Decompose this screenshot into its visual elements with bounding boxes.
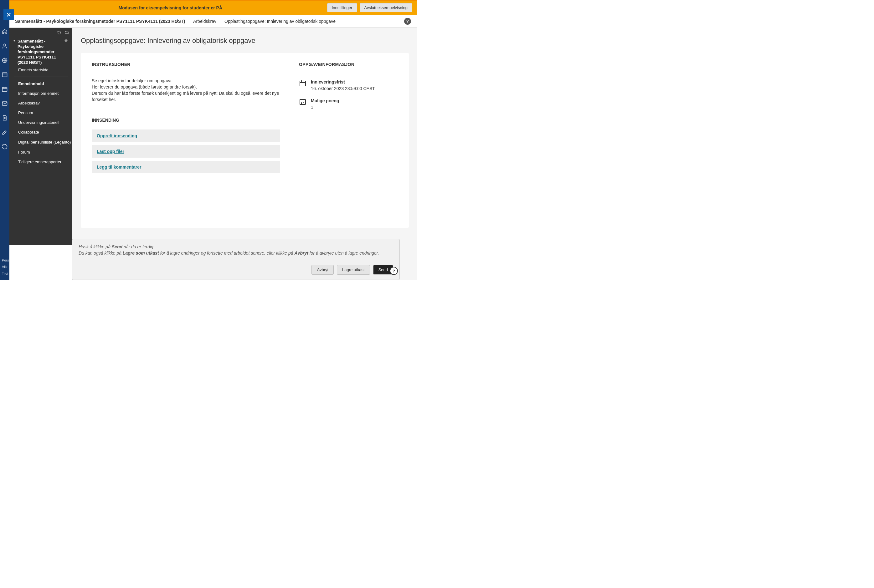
cancel-button[interactable]: Avbryt (311, 265, 334, 274)
create-submission-bar: Opprett innsending (92, 129, 280, 142)
submission-footer: Husk å klikke på Send når du er ferdig. … (72, 239, 400, 280)
settings-button[interactable]: Innstillinger (327, 3, 357, 12)
instructions-line: Se eget infoskriv for detaljer om oppgav… (92, 78, 280, 84)
refresh-sidebar-icon[interactable] (57, 30, 61, 35)
banner-text: Modusen for eksempelvisning for studente… (14, 5, 327, 10)
rail-footer-link[interactable]: Vilk (2, 264, 9, 270)
instructions-heading: INSTRUKSJONER (92, 62, 280, 67)
svg-point-0 (4, 44, 6, 46)
add-comments-bar: Legg til kommentarer (92, 161, 280, 173)
mail-icon[interactable] (1, 100, 8, 107)
course-sidebar: Sammenslått - Psykologiske forskningsmet… (9, 28, 72, 245)
sidebar-item-rapporter[interactable]: Tidligere emnerapporter (9, 157, 72, 167)
institution-icon[interactable] (1, 28, 8, 35)
chevron-down-icon[interactable] (13, 40, 16, 42)
page-title: Opplastingsoppgave: Innlevering av oblig… (81, 37, 409, 45)
svg-rect-5 (300, 81, 305, 86)
due-date-row: Innleveringsfrist 16. oktober 2023 23:59… (299, 80, 398, 92)
course-title[interactable]: Sammenslått - Psykologiske forskningsmet… (18, 39, 62, 65)
svg-rect-2 (3, 72, 7, 76)
instructions-text: Se eget infoskriv for detaljer om oppgav… (92, 78, 280, 103)
sidebar-home[interactable]: Emnets startside (9, 65, 72, 75)
instructions-line: Her leverer du oppgava (både første og a… (92, 84, 280, 90)
assignment-card: INSTRUKSJONER Se eget infoskriv for deta… (81, 53, 409, 228)
assignment-info-heading: OPPGAVEINFORMASJON (299, 62, 398, 67)
folder-icon[interactable] (65, 30, 69, 35)
save-draft-button[interactable]: Lagre utkast (337, 265, 370, 274)
sidebar-item-forum[interactable]: Forum (9, 147, 72, 157)
points-row: Mulige poeng 1 (299, 98, 398, 110)
divider (14, 76, 68, 77)
breadcrumb-course[interactable]: Sammenslått - Psykologiske forskningsmet… (15, 19, 185, 24)
rail-footer-link[interactable]: Tilgj (2, 270, 9, 277)
breadcrumb: Sammenslått - Psykologiske forskningsmet… (9, 15, 417, 28)
add-comments-link[interactable]: Legg til kommentarer (97, 165, 141, 170)
breadcrumb-section[interactable]: Arbeidskrav (193, 19, 216, 24)
global-nav-rail: Pers Vilk Tilgj (0, 0, 9, 280)
breadcrumb-page[interactable]: Opplastingsoppgave: Innlevering av oblig… (224, 19, 335, 24)
refresh-icon[interactable] (1, 143, 8, 150)
submission-heading: INNSENDING (92, 118, 280, 123)
sidebar-item-arbeidskrav[interactable]: Arbeidskrav (9, 98, 72, 108)
edit-icon[interactable] (1, 129, 8, 136)
help-float-icon[interactable]: ? (390, 267, 398, 275)
home-icon[interactable] (64, 39, 68, 43)
sidebar-item-leganto[interactable]: Digital pensumliste (Leganto) (9, 137, 72, 147)
sidebar-item-informasjon[interactable]: Informasjon om emnet (9, 88, 72, 98)
sidebar-item-undervisning[interactable]: Undervisningsmateriell (9, 118, 72, 127)
help-icon[interactable]: ? (404, 18, 411, 25)
content-icon[interactable] (1, 71, 8, 78)
upload-files-bar: Last opp filer (92, 145, 280, 158)
calendar-icon[interactable] (1, 86, 8, 93)
close-button[interactable] (3, 9, 14, 20)
instructions-line: Dersom du har fått første forsøk underkj… (92, 90, 280, 103)
rail-footer-link[interactable]: Pers (2, 257, 9, 264)
points-label: Mulige poeng (311, 98, 339, 103)
student-preview-banner: Modusen for eksempelvisning for studente… (9, 0, 417, 15)
sidebar-item-collaborate[interactable]: Collaborate (9, 127, 72, 137)
points-icon (299, 98, 307, 106)
profile-icon[interactable] (1, 42, 8, 50)
create-submission-link[interactable]: Opprett innsending (97, 133, 137, 138)
due-date-value: 16. oktober 2023 23:59:00 CEST (311, 86, 375, 92)
calendar-icon (299, 80, 307, 87)
upload-files-link[interactable]: Last opp filer (97, 149, 124, 154)
sidebar-item-pensum[interactable]: Pensum (9, 108, 72, 118)
svg-rect-3 (3, 87, 7, 92)
rail-footer-links: Pers Vilk Tilgj (2, 257, 9, 277)
footer-hint: Husk å klikke på Send når du er ferdig. … (78, 244, 393, 256)
document-icon[interactable] (1, 114, 8, 122)
sidebar-item-emneinnhold[interactable]: Emneinnhold (9, 79, 72, 88)
globe-icon[interactable] (1, 57, 8, 64)
svg-rect-6 (300, 99, 305, 105)
due-date-label: Innleveringsfrist (311, 80, 375, 84)
points-value: 1 (311, 105, 339, 110)
exit-preview-button[interactable]: Avslutt eksempelvisning (360, 3, 412, 12)
